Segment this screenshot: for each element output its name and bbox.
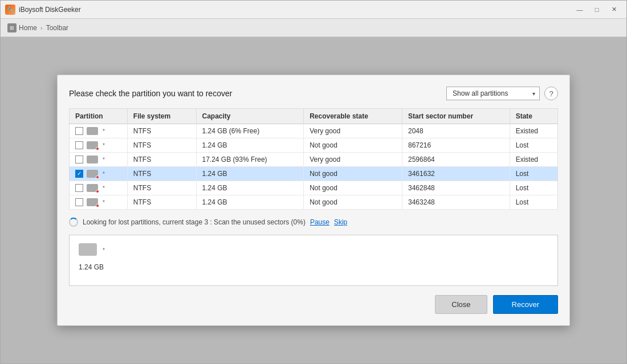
- dialog-footer: Close Recover: [69, 295, 558, 314]
- header-right: Show all partitions Show lost partitions…: [446, 87, 558, 100]
- filesystem-cell: NTFS: [127, 124, 196, 138]
- recoverable-state-cell: Not good: [304, 195, 402, 210]
- partition-filter-wrapper: Show all partitions Show lost partitions…: [446, 87, 540, 100]
- disk-icon: [87, 127, 98, 135]
- partition-asterisk: *: [103, 128, 105, 134]
- table-header-row: Partition File system Capacity Recoverab…: [70, 109, 558, 124]
- capacity-cell: 17.24 GB (93% Free): [196, 153, 304, 167]
- nav-bar: ⊞ Home › Toolbar: [1, 19, 626, 37]
- partition-filter-dropdown[interactable]: Show all partitions Show lost partitions…: [446, 87, 540, 100]
- title-bar-left: 🔧 iBoysoft DiskGeeker: [5, 5, 81, 15]
- table-row[interactable]: *NTFS1.24 GBNot good867216Lost: [70, 138, 558, 153]
- state-cell: Existed: [510, 153, 557, 167]
- close-button[interactable]: Close: [435, 295, 487, 314]
- disk-icon-wrapper: [87, 198, 98, 206]
- capacity-cell: 1.24 GB: [196, 138, 304, 153]
- partition-cell: ✓*: [70, 167, 128, 181]
- partition-table: Partition File system Capacity Recoverab…: [69, 108, 558, 210]
- close-window-button[interactable]: ✕: [606, 4, 622, 15]
- app-title: iBoysoft DiskGeeker: [19, 6, 81, 14]
- filesystem-cell: NTFS: [127, 195, 196, 210]
- partition-checkbox[interactable]: [75, 127, 83, 135]
- partition-cell: *: [70, 195, 128, 210]
- dialog-header: Please check the partition you want to r…: [69, 87, 558, 100]
- capacity-cell: 1.24 GB: [196, 195, 304, 210]
- partition-asterisk: *: [103, 142, 105, 149]
- recoverable-state-cell: Not good: [304, 181, 402, 195]
- progress-text: Looking for lost partitions, current sta…: [83, 218, 306, 226]
- col-filesystem: File system: [127, 109, 196, 124]
- partition-checkbox[interactable]: [75, 156, 83, 163]
- col-partition: Partition: [70, 109, 128, 124]
- dialog-title: Please check the partition you want to r…: [69, 89, 232, 98]
- disk-icon-wrapper: [87, 156, 98, 163]
- capacity-cell: 1.24 GB (6% Free): [196, 124, 304, 138]
- partition-asterisk: *: [103, 185, 105, 191]
- disk-error-dot: [96, 204, 99, 207]
- recoverable-state-cell: Not good: [304, 167, 402, 181]
- loading-spinner: [69, 218, 78, 227]
- disk-error-dot: [96, 147, 99, 150]
- state-cell: Lost: [510, 181, 557, 195]
- sector-cell: 3463248: [402, 195, 510, 210]
- capacity-cell: 1.24 GB: [196, 181, 304, 195]
- partition-cell: *: [70, 153, 128, 167]
- partition-asterisk: *: [103, 157, 105, 163]
- disk-icon-wrapper: [87, 170, 98, 178]
- sector-cell: 3462848: [402, 181, 510, 195]
- col-sector: Start sector number: [402, 109, 510, 124]
- partition-cell: *: [70, 124, 128, 138]
- app-window: 🔧 iBoysoft DiskGeeker — □ ✕ ⊞ Home › Too…: [0, 0, 627, 364]
- table-row[interactable]: ✓*NTFS1.24 GBNot good3461632Lost: [70, 167, 558, 181]
- filesystem-cell: NTFS: [127, 181, 196, 195]
- maximize-button[interactable]: □: [589, 4, 605, 15]
- state-cell: Lost: [510, 195, 557, 210]
- title-bar: 🔧 iBoysoft DiskGeeker — □ ✕: [1, 1, 626, 19]
- sector-cell: 867216: [402, 138, 510, 153]
- progress-section: Looking for lost partitions, current sta…: [69, 215, 558, 229]
- title-bar-controls: — □ ✕: [572, 4, 622, 15]
- col-recoverable: Recoverable state: [304, 109, 402, 124]
- partition-asterisk: *: [103, 199, 105, 206]
- filesystem-cell: NTFS: [127, 153, 196, 167]
- disk-icon-wrapper: [87, 184, 98, 192]
- table-row[interactable]: *NTFS1.24 GB (6% Free)Very good2048Exist…: [70, 124, 558, 138]
- table-row[interactable]: *NTFS17.24 GB (93% Free)Very good2596864…: [70, 153, 558, 167]
- recover-button[interactable]: Recover: [493, 295, 558, 314]
- content-area: Please check the partition you want to r…: [1, 37, 626, 363]
- nav-separator: ›: [40, 24, 43, 31]
- pause-button[interactable]: Pause: [310, 218, 329, 226]
- disk-icon-wrapper: [87, 127, 98, 135]
- recoverable-state-cell: Very good: [304, 153, 402, 167]
- state-cell: Lost: [510, 167, 557, 181]
- col-capacity: Capacity: [196, 109, 304, 124]
- nav-current: Toolbar: [46, 24, 68, 32]
- nav-home[interactable]: Home: [19, 24, 37, 32]
- partition-cell: *: [70, 138, 128, 153]
- table-row[interactable]: *NTFS1.24 GBNot good3462848Lost: [70, 181, 558, 195]
- sector-cell: 2596864: [402, 153, 510, 167]
- state-cell: Existed: [510, 124, 557, 138]
- skip-button[interactable]: Skip: [334, 218, 347, 226]
- partition-checkbox[interactable]: [75, 198, 83, 206]
- capacity-cell: 1.24 GB: [196, 167, 304, 181]
- state-cell: Lost: [510, 138, 557, 153]
- partition-checkbox[interactable]: ✓: [75, 170, 83, 178]
- filesystem-cell: NTFS: [127, 167, 196, 181]
- preview-item: *: [79, 243, 548, 257]
- disk-icon: [87, 156, 98, 163]
- partition-checkbox[interactable]: [75, 141, 83, 149]
- help-button[interactable]: ?: [544, 87, 558, 100]
- preview-asterisk: *: [103, 247, 105, 253]
- dialog: Please check the partition you want to r…: [57, 75, 570, 326]
- sector-cell: 2048: [402, 124, 510, 138]
- disk-icon-wrapper: [87, 141, 98, 149]
- preview-area: * 1.24 GB: [69, 235, 558, 286]
- partition-checkbox[interactable]: [75, 184, 83, 192]
- recoverable-state-cell: Not good: [304, 138, 402, 153]
- disk-error-dot: [96, 175, 99, 179]
- preview-disk-icon: [79, 243, 97, 256]
- minimize-button[interactable]: —: [572, 4, 588, 15]
- recoverable-state-cell: Very good: [304, 124, 402, 138]
- table-row[interactable]: *NTFS1.24 GBNot good3463248Lost: [70, 195, 558, 210]
